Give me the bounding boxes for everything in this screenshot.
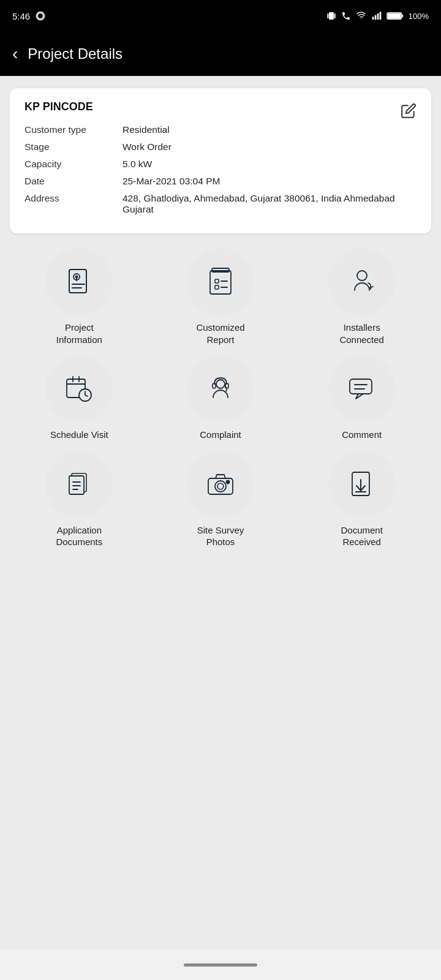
customer-type-row: Customer type Residential xyxy=(24,124,417,135)
camera-icon xyxy=(205,469,236,500)
svg-point-44 xyxy=(215,481,226,492)
app-header: ‹ Project Details xyxy=(0,32,441,76)
chat-bubble-icon xyxy=(346,373,378,405)
date-value: 25-Mar-2021 03:04 PM xyxy=(123,176,417,187)
svg-point-32 xyxy=(216,380,225,388)
installers-connected-label: InstallersConnected xyxy=(339,322,384,345)
svg-rect-5 xyxy=(372,17,374,20)
project-information-icon-circle xyxy=(45,248,113,315)
installers-connected-icon-circle xyxy=(328,248,396,315)
date-row: Date 25-Mar-2021 03:04 PM xyxy=(24,176,417,187)
svg-rect-7 xyxy=(377,13,379,20)
svg-rect-4 xyxy=(329,12,334,20)
capacity-label: Capacity xyxy=(24,159,123,170)
svg-rect-2 xyxy=(327,13,328,18)
svg-point-24 xyxy=(357,271,367,281)
svg-rect-18 xyxy=(212,268,229,272)
customer-type-label: Customer type xyxy=(24,124,123,135)
application-documents-icon-circle xyxy=(45,451,113,518)
svg-point-16 xyxy=(76,276,78,278)
project-card: KP PINCODE Customer type Residential Sta… xyxy=(10,88,431,233)
svg-point-1 xyxy=(38,13,43,18)
customized-report-label: CustomizedReport xyxy=(196,322,244,345)
headset-person-icon xyxy=(205,373,236,405)
site-survey-photos-icon-circle xyxy=(187,451,254,518)
grid-item-document-received[interactable]: DocumentReceived xyxy=(295,451,429,548)
complaint-icon-circle xyxy=(187,355,254,423)
customer-type-value: Residential xyxy=(123,124,417,135)
document-received-label: DocumentReceived xyxy=(341,524,382,548)
schedule-visit-label: Schedule Visit xyxy=(50,429,108,441)
project-name: KP PINCODE xyxy=(24,100,417,113)
time-display: 5:46 xyxy=(12,11,30,21)
svg-rect-21 xyxy=(215,285,219,289)
phone-icon xyxy=(341,11,351,21)
document-info-icon xyxy=(63,266,95,298)
capacity-value: 5.0 kW xyxy=(123,159,417,170)
svg-rect-39 xyxy=(69,476,84,494)
edit-button[interactable] xyxy=(398,100,419,121)
page-title: Project Details xyxy=(28,45,123,62)
schedule-visit-icon-circle xyxy=(45,355,113,423)
back-button[interactable]: ‹ xyxy=(12,44,18,64)
document-download-icon xyxy=(346,469,378,500)
grid-item-customized-report[interactable]: CustomizedReport xyxy=(154,248,288,345)
grid-item-project-information[interactable]: ProjectInformation xyxy=(12,248,146,345)
main-content: KP PINCODE Customer type Residential Sta… xyxy=(0,76,441,980)
svg-rect-35 xyxy=(350,379,372,394)
grid-item-comment[interactable]: Comment xyxy=(295,355,429,441)
stage-row: Stage Work Order xyxy=(24,141,417,153)
document-received-icon-circle xyxy=(328,451,396,518)
svg-point-46 xyxy=(226,480,229,483)
wifi-icon xyxy=(356,11,367,21)
signal-icon xyxy=(372,11,382,21)
home-indicator xyxy=(184,963,257,967)
svg-rect-6 xyxy=(374,15,376,20)
status-left: 5:46 xyxy=(12,10,46,21)
address-label: Address xyxy=(24,193,123,204)
vibrate-icon xyxy=(326,11,336,21)
project-information-label: ProjectInformation xyxy=(56,322,102,345)
status-right: 100% xyxy=(326,11,429,21)
svg-point-45 xyxy=(217,483,224,489)
stage-label: Stage xyxy=(24,141,123,153)
grid-item-complaint[interactable]: Complaint xyxy=(154,355,288,441)
site-survey-photos-label: Site SurveyPhotos xyxy=(197,524,244,548)
comment-label: Comment xyxy=(342,429,382,441)
document-stack-icon xyxy=(63,469,95,500)
svg-rect-20 xyxy=(215,279,219,283)
grid-item-application-documents[interactable]: ApplicationDocuments xyxy=(12,451,146,548)
action-grid: ProjectInformation CustomizedReport xyxy=(10,248,431,548)
battery-percent: 100% xyxy=(409,12,429,21)
notification-icon xyxy=(35,10,46,21)
handshake-icon xyxy=(346,266,378,298)
svg-rect-11 xyxy=(388,13,401,19)
bottom-navigation-bar xyxy=(0,949,441,980)
svg-rect-10 xyxy=(402,14,403,17)
address-row: Address 428, Ghatlodiya, Ahmedabad, Guja… xyxy=(24,193,417,215)
grid-item-installers-connected[interactable]: InstallersConnected xyxy=(295,248,429,345)
grid-item-site-survey-photos[interactable]: Site SurveyPhotos xyxy=(154,451,288,548)
address-value: 428, Ghatlodiya, Ahmedabad, Gujarat 3800… xyxy=(123,193,417,215)
status-bar: 5:46 100% xyxy=(0,0,441,32)
svg-rect-12 xyxy=(69,270,86,293)
grid-item-schedule-visit[interactable]: Schedule Visit xyxy=(12,355,146,441)
calendar-clock-icon xyxy=(63,373,95,405)
svg-rect-8 xyxy=(379,12,381,20)
comment-icon-circle xyxy=(328,355,396,423)
checklist-icon xyxy=(205,266,236,298)
stage-value: Work Order xyxy=(123,141,417,153)
date-label: Date xyxy=(24,176,123,187)
svg-rect-3 xyxy=(334,13,335,18)
capacity-row: Capacity 5.0 kW xyxy=(24,159,417,170)
application-documents-label: ApplicationDocuments xyxy=(56,524,102,548)
battery-icon xyxy=(386,11,404,21)
customized-report-icon-circle xyxy=(187,248,254,315)
svg-rect-19 xyxy=(210,271,231,294)
complaint-label: Complaint xyxy=(200,429,241,441)
